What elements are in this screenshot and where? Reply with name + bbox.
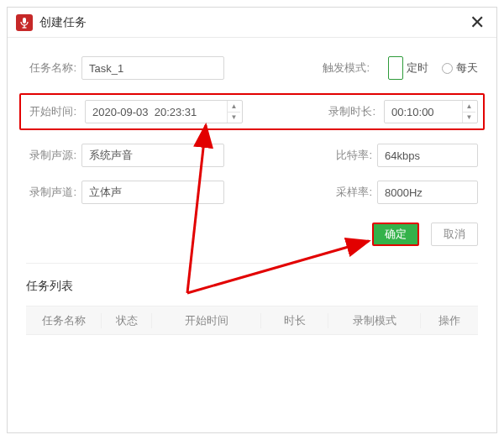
ok-button[interactable]: 确定 [372,223,419,246]
task-list-title: 任务列表 [8,279,496,306]
label-start-time: 开始时间: [26,104,76,119]
task-name-input[interactable] [81,56,224,80]
titlebar: 创建任务 ✕ [8,8,496,38]
col-status: 状态 [102,313,152,328]
start-time-up[interactable]: ▲ [228,101,240,113]
col-op: 操作 [421,313,478,328]
duration-down[interactable]: ▼ [463,113,475,123]
start-time-stepper[interactable]: ▲ ▼ [85,100,243,123]
radio-timed[interactable]: 定时 [388,56,428,80]
cancel-button[interactable]: 取消 [431,223,478,246]
duration-up[interactable]: ▲ [463,101,475,113]
col-start: 开始时间 [152,313,261,328]
start-time-down[interactable]: ▼ [228,113,240,123]
bitrate-select[interactable]: 64kbps [377,144,478,167]
label-trigger-mode: 触发模式: [323,60,370,76]
row-task-name: 任务名称: 触发模式: 定时 每天 [26,56,478,80]
divider [26,263,478,264]
label-source: 录制声源: [26,148,76,163]
label-task-name: 任务名称: [26,60,76,76]
label-duration: 录制时长: [325,104,375,119]
channel-select[interactable]: 立体声 [81,181,224,204]
duration-stepper[interactable]: ▲ ▼ [384,100,478,123]
col-name: 任务名称 [26,313,102,328]
trigger-mode-group: 触发模式: 定时 每天 [323,56,478,80]
dialog-actions: 确定 取消 [8,223,496,246]
app-mic-icon [16,14,33,31]
close-button[interactable]: ✕ [466,13,488,32]
label-channel: 录制声道: [26,185,76,200]
col-mode: 录制模式 [328,313,421,328]
col-duration: 时长 [261,313,328,328]
form-area: 任务名称: 触发模式: 定时 每天 开始时间: [8,38,496,204]
svg-rect-0 [23,18,26,24]
task-table-header: 任务名称 状态 开始时间 时长 录制模式 操作 [26,306,478,335]
radio-timed-label: 定时 [407,60,428,76]
start-time-input[interactable] [86,101,227,123]
label-bitrate: 比特率: [322,148,372,163]
radio-dot-icon [442,63,453,74]
row-channel-samplerate: 录制声道: 立体声 采样率: 8000Hz [26,181,478,204]
label-samplerate: 采样率: [322,185,372,200]
duration-input[interactable] [385,101,462,123]
task-table: 任务名称 状态 开始时间 时长 录制模式 操作 [26,306,478,335]
samplerate-select[interactable]: 8000Hz [377,181,478,204]
radio-dot-icon [388,56,403,80]
row-source-bitrate: 录制声源: 系统声音 比特率: 64kbps [26,144,478,167]
create-task-dialog: 创建任务 ✕ 任务名称: 触发模式: 定时 每天 [7,7,497,433]
source-select[interactable]: 系统声音 [81,144,224,167]
row-start-duration-highlighted: 开始时间: ▲ ▼ 录制时长: ▲ ▼ [19,93,485,130]
radio-daily[interactable]: 每天 [442,60,478,76]
radio-daily-label: 每天 [456,60,478,76]
dialog-title: 创建任务 [39,15,466,30]
